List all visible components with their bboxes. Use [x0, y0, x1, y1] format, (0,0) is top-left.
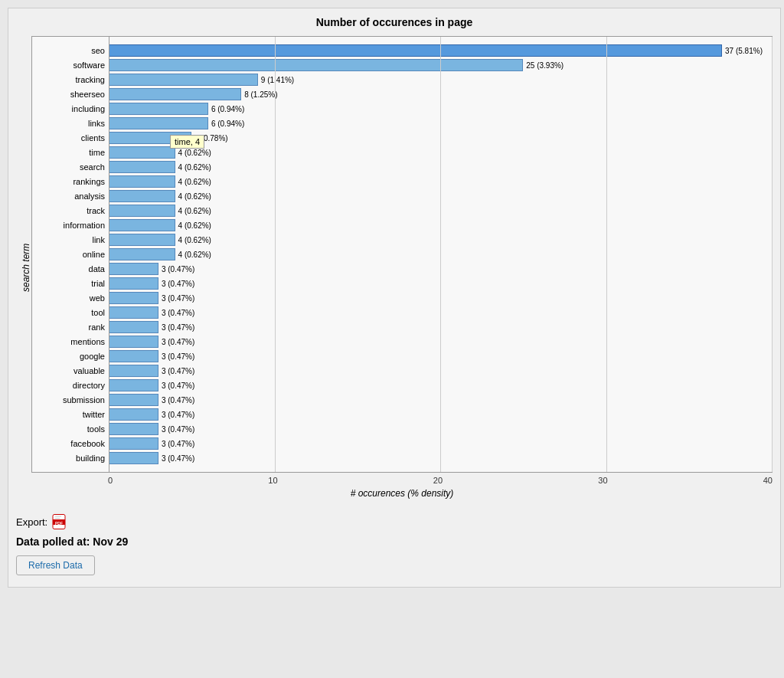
bar-row: web3 (0.47%) [32, 291, 772, 305]
bar-label: information [32, 221, 109, 230]
bar-fill [109, 59, 523, 71]
x-axis-label: # occurences (% density) [31, 488, 773, 499]
bar-label: link [32, 235, 109, 244]
refresh-button[interactable]: Refresh Data [16, 555, 95, 575]
bar-track: 3 (0.47%) [109, 292, 772, 304]
bar-label: clients [32, 133, 109, 142]
bar-row: directory3 (0.47%) [32, 378, 772, 392]
bar-track: 3 (0.47%) [109, 321, 772, 333]
bar-fill [109, 190, 175, 202]
bar-fill [109, 234, 175, 246]
bar-value-label: 4 (0.62%) [175, 175, 211, 188]
bar-label: rank [32, 323, 109, 332]
pdf-icon[interactable]: PDF [51, 514, 67, 529]
bar-value-label: 3 (0.47%) [158, 379, 194, 391]
bar-track: 3 (0.47%) [109, 408, 772, 421]
bar-fill [109, 88, 241, 100]
bar-value-label: 25 (3.93%) [523, 59, 564, 71]
bar-row: information4 (0.62%) [32, 218, 772, 232]
x-axis-tick: 40 [763, 476, 773, 485]
bar-row: data3 (0.47%) [32, 262, 772, 276]
bar-value-label: 3 (0.47%) [158, 437, 194, 450]
bar-value-label: 6 (0.94%) [208, 103, 244, 115]
chart-inner: seo37 (5.81%)software25 (3.93%)tracking9… [31, 36, 773, 499]
bar-row: building3 (0.47%) [32, 451, 772, 465]
bar-fill [109, 452, 158, 464]
x-axis-ticks: 010203040 [108, 476, 773, 485]
svg-text:PDF: PDF [55, 521, 63, 526]
x-axis-tick: 0 [108, 476, 113, 485]
bar-row: rankings4 (0.62%) [32, 175, 772, 188]
bar-track: 6 (0.94%) [109, 103, 772, 115]
bar-label: web [32, 293, 109, 303]
bar-track: 4 (0.62%) [109, 190, 772, 202]
bar-value-label: 3 (0.47%) [158, 263, 194, 275]
bar-track: 3 (0.47%) [109, 394, 772, 406]
bar-fill [109, 219, 175, 231]
bar-track: 3 (0.47%) [109, 306, 772, 319]
bar-row: link4 (0.62%) [32, 233, 772, 247]
bar-track: 4 (0.62%) [109, 248, 772, 260]
bar-track: 9 (1.41%) [109, 74, 772, 86]
chart-area: search term seo37 (5.81%)software25 (3.9… [16, 36, 773, 499]
bar-row: clients5 (0.78%) [32, 131, 772, 145]
bar-row: time4 (0.62%) [32, 146, 772, 159]
bar-row: seo37 (5.81%) [32, 44, 772, 57]
bar-track: 4 (0.62%) [109, 219, 772, 231]
tooltip: time, 4 [170, 135, 204, 149]
bar-label: rankings [32, 177, 109, 186]
bar-track: 3 (0.47%) [109, 437, 772, 450]
bar-row: search4 (0.62%) [32, 160, 772, 174]
bar-row: online4 (0.62%) [32, 247, 772, 261]
bar-row: google3 (0.47%) [32, 349, 772, 363]
bar-label: data [32, 264, 109, 273]
bar-value-label: 4 (0.62%) [175, 248, 211, 260]
bar-row: tracking9 (1.41%) [32, 73, 772, 87]
bar-label: analysis [32, 192, 109, 201]
grid-line [772, 37, 773, 472]
bar-row: tools3 (0.47%) [32, 422, 772, 436]
main-container: Number of occurences in page search term… [8, 8, 781, 588]
bar-label: search [32, 162, 109, 172]
y-axis-label: search term [16, 36, 31, 499]
bar-value-label: 3 (0.47%) [158, 306, 194, 319]
bar-track: 6 (0.94%) [109, 117, 772, 129]
bar-value-label: 4 (0.62%) [175, 205, 211, 217]
bar-value-label: 3 (0.47%) [158, 365, 194, 377]
bar-fill [109, 205, 175, 217]
bar-track: 4 (0.62%) [109, 146, 772, 159]
bar-row: facebook3 (0.47%) [32, 437, 772, 450]
bar-row: sheerseo8 (1.25%) [32, 87, 772, 101]
export-section: Export: PDF Data polled at: Nov 29 Refre… [16, 510, 773, 579]
bar-row: mentions3 (0.47%) [32, 335, 772, 349]
bar-fill [109, 277, 158, 290]
bar-value-label: 8 (1.25%) [241, 88, 277, 100]
bar-track: 4 (0.62%) [109, 161, 772, 173]
bar-fill [109, 248, 175, 260]
bar-track: 25 (3.93%) [109, 59, 772, 71]
bar-fill [109, 175, 175, 188]
bar-label: tracking [32, 75, 109, 84]
bar-value-label: 3 (0.47%) [158, 292, 194, 304]
bar-fill [109, 161, 175, 173]
bar-value-label: 4 (0.62%) [175, 234, 211, 246]
x-axis-tick: 30 [598, 476, 607, 485]
bar-label: track [32, 206, 109, 215]
bar-row: track4 (0.62%) [32, 204, 772, 218]
data-polled: Data polled at: Nov 29 [16, 536, 773, 548]
bar-track: 3 (0.47%) [109, 379, 772, 391]
bar-row: analysis4 (0.62%) [32, 189, 772, 203]
bar-value-label: 4 (0.62%) [175, 219, 211, 231]
bar-track: 3 (0.47%) [109, 350, 772, 362]
bar-track: 4 (0.62%) [109, 175, 772, 188]
bar-row: submission3 (0.47%) [32, 393, 772, 407]
bar-value-label: 37 (5.81%) [722, 44, 763, 57]
bar-track: 8 (1.25%) [109, 88, 772, 100]
bar-value-label: 3 (0.47%) [158, 350, 194, 362]
bar-label: sheerseo [32, 90, 109, 99]
bar-label: tools [32, 424, 109, 434]
chart-title: Number of occurences in page [16, 16, 773, 28]
bar-fill [109, 103, 208, 115]
bar-track: 3 (0.47%) [109, 263, 772, 275]
bar-label: valuable [32, 366, 109, 375]
